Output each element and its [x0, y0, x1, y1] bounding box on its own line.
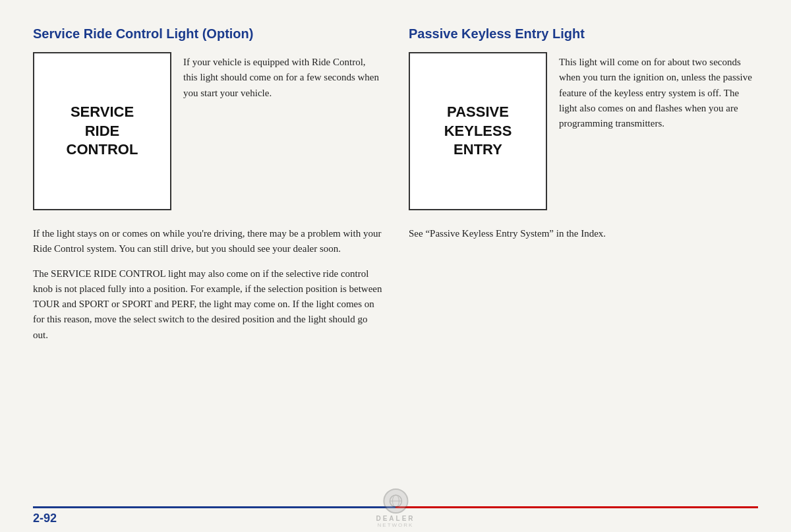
page-number: 2-92 [33, 512, 57, 525]
watermark-icon [388, 494, 403, 508]
watermark-logo [383, 488, 408, 514]
right-indicator-row: PASSIVEKEYLESSENTRY This light will come… [409, 52, 758, 210]
left-body-text-2: The SERVICE RIDE CONTROL light may also … [33, 266, 382, 343]
page: Service Ride Control Light (Option) SERV… [0, 0, 791, 532]
left-section-title: Service Ride Control Light (Option) [33, 26, 382, 42]
watermark-sublabel: NETWORK [378, 522, 414, 528]
right-column: Passive Keyless Entry Light PASSIVEKEYLE… [409, 26, 758, 352]
right-body-text-1: See “Passive Keyless Entry System” in th… [409, 226, 758, 241]
right-indicator-desc: This light will come on for about two se… [559, 52, 758, 131]
passive-keyless-entry-box: PASSIVEKEYLESSENTRY [409, 52, 547, 210]
watermark-label: DEALER [376, 515, 415, 522]
left-indicator-desc: If your vehicle is equipped with Ride Co… [183, 52, 382, 101]
passive-keyless-entry-label: PASSIVEKEYLESSENTRY [444, 103, 512, 160]
left-body-text-1: If the light stays on or comes on while … [33, 226, 382, 257]
service-ride-control-box: SERVICERIDECONTROL [33, 52, 171, 210]
service-ride-control-label: SERVICERIDECONTROL [67, 103, 138, 160]
right-section-title: Passive Keyless Entry Light [409, 26, 758, 42]
left-indicator-row: SERVICERIDECONTROL If your vehicle is eq… [33, 52, 382, 210]
two-column-layout: Service Ride Control Light (Option) SERV… [33, 26, 758, 352]
watermark: DEALER NETWORK [376, 488, 415, 528]
left-column: Service Ride Control Light (Option) SERV… [33, 26, 382, 352]
